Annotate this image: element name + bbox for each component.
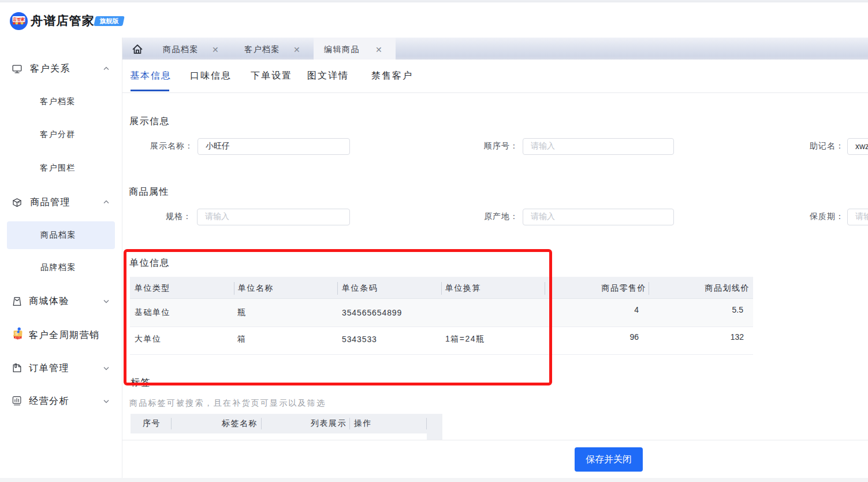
- svg-text:店管家: 店管家: [12, 17, 25, 22]
